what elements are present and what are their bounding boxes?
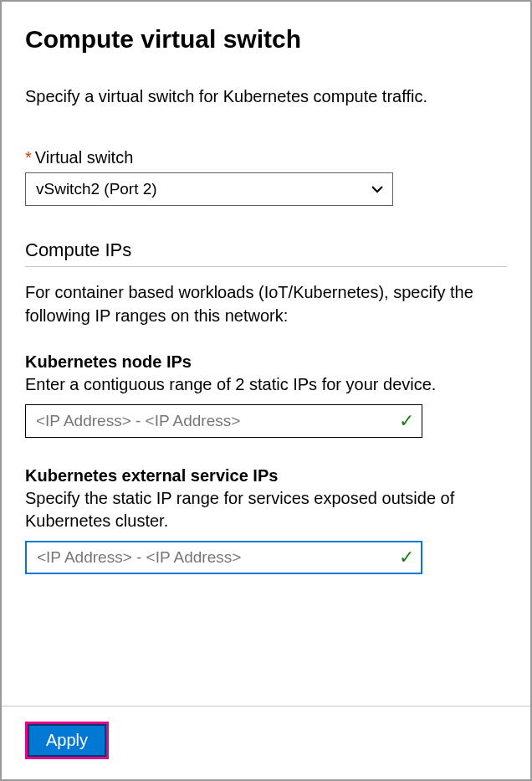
node-ips-description: Enter a contiguous range of 2 static IPs… (25, 373, 507, 396)
compute-ips-description: For container based workloads (IoT/Kuber… (25, 280, 507, 327)
compute-ips-header: Compute IPs (25, 239, 507, 267)
footer-bar: Apply (2, 706, 530, 779)
service-ips-description: Specify the static IP range for services… (25, 487, 507, 532)
page-subtitle: Specify a virtual switch for Kubernetes … (25, 87, 507, 106)
virtual-switch-select[interactable] (25, 172, 393, 206)
apply-button[interactable]: Apply (28, 724, 106, 757)
apply-button-highlight: Apply (25, 722, 109, 759)
node-ips-label: Kubernetes node IPs (25, 352, 507, 372)
virtual-switch-label: *Virtual switch (25, 148, 507, 167)
virtual-switch-label-text: Virtual switch (35, 148, 133, 167)
page-title: Compute virtual switch (25, 25, 507, 54)
required-indicator: * (25, 148, 32, 167)
service-ips-input[interactable] (25, 541, 422, 574)
node-ips-input[interactable] (25, 404, 422, 438)
service-ips-label: Kubernetes external service IPs (25, 466, 507, 486)
